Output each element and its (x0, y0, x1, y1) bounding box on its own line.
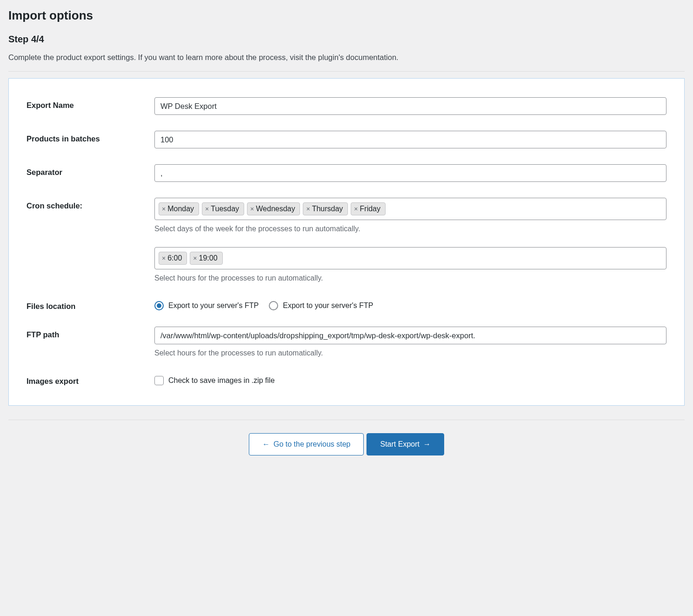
cron-days-select[interactable]: ×Monday ×Tuesday ×Wednesday ×Thursday ×F… (154, 198, 666, 220)
ftp-path-input[interactable] (154, 327, 666, 344)
radio-label: Export to your server's FTP (283, 301, 373, 310)
page-title: Import options (8, 8, 685, 23)
divider (8, 71, 685, 72)
export-name-label: Export Name (27, 97, 154, 110)
files-location-option-1[interactable]: Export to your server's FTP (154, 301, 259, 310)
cron-day-tag[interactable]: ×Wednesday (247, 202, 300, 215)
cron-day-tag[interactable]: ×Monday (159, 202, 199, 215)
cron-day-tag[interactable]: ×Thursday (303, 202, 348, 215)
files-location-option-2[interactable]: Export to your server's FTP (269, 301, 373, 310)
tag-label: Monday (167, 205, 194, 213)
tag-label: 6:00 (167, 254, 182, 262)
start-export-button[interactable]: Start Export → (366, 433, 444, 455)
ftp-path-help: Select hours for the processes to run au… (154, 349, 666, 357)
checkbox-icon[interactable] (154, 376, 164, 385)
separator-label: Separator (27, 164, 154, 177)
batches-input[interactable] (154, 131, 666, 148)
cron-day-tag[interactable]: ×Friday (351, 202, 386, 215)
tag-label: Wednesday (256, 205, 295, 213)
close-icon[interactable]: × (162, 206, 166, 212)
settings-panel: Export Name Products in batches Separato… (8, 78, 685, 406)
cron-hours-help: Select hours for the processes to run au… (154, 274, 666, 282)
button-label: Go to the previous step (273, 440, 350, 449)
button-label: Start Export (380, 440, 419, 449)
arrow-right-icon: → (423, 440, 431, 449)
close-icon[interactable]: × (205, 206, 209, 212)
export-name-input[interactable] (154, 97, 666, 115)
cron-hour-tag[interactable]: ×6:00 (159, 252, 187, 265)
files-location-label: Files location (27, 298, 154, 311)
cron-hour-tag[interactable]: ×19:00 (190, 252, 222, 265)
cron-label: Cron schedule: (27, 198, 154, 210)
close-icon[interactable]: × (162, 255, 166, 261)
cron-days-help: Select days of the week for the processe… (154, 225, 666, 233)
batches-label: Products in batches (27, 131, 154, 143)
tag-label: Tuesday (211, 205, 239, 213)
images-export-checkbox-option[interactable]: Check to save images in .zip file (154, 373, 275, 385)
tag-label: 19:00 (199, 254, 218, 262)
radio-label: Export to your server's FTP (168, 301, 259, 310)
radio-icon[interactable] (269, 301, 278, 310)
cron-hours-select[interactable]: ×6:00 ×19:00 (154, 247, 666, 269)
close-icon[interactable]: × (193, 255, 197, 261)
footer-actions: ← Go to the previous step Start Export → (8, 420, 685, 455)
ftp-path-label: FTP path (27, 327, 154, 339)
step-indicator: Step 4/4 (8, 34, 685, 45)
close-icon[interactable]: × (354, 206, 358, 212)
radio-icon[interactable] (154, 301, 164, 310)
separator-input[interactable] (154, 164, 666, 182)
page-description: Complete the product export settings. If… (8, 53, 685, 62)
previous-step-button[interactable]: ← Go to the previous step (249, 433, 364, 455)
close-icon[interactable]: × (306, 206, 310, 212)
checkbox-label: Check to save images in .zip file (168, 376, 275, 385)
cron-day-tag[interactable]: ×Tuesday (202, 202, 244, 215)
arrow-left-icon: ← (262, 440, 270, 449)
tag-label: Friday (360, 205, 380, 213)
tag-label: Thursday (312, 205, 343, 213)
close-icon[interactable]: × (250, 206, 254, 212)
images-export-label: Images export (27, 373, 154, 386)
